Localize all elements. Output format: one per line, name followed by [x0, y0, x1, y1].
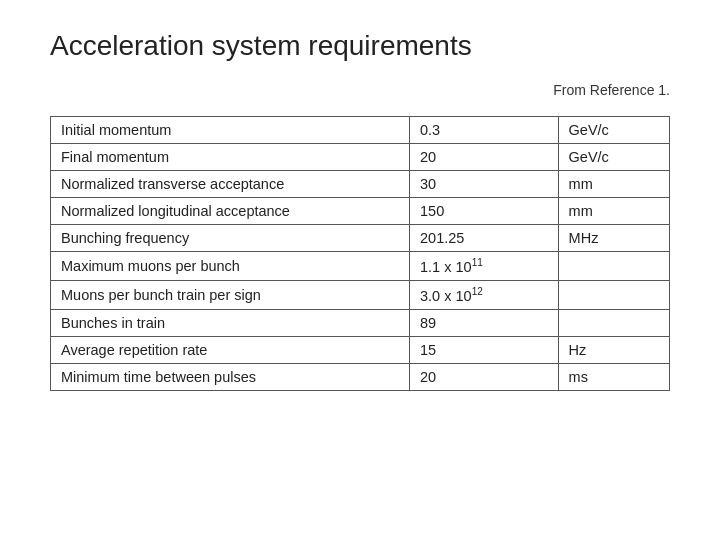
table-row: Average repetition rate15Hz — [51, 336, 670, 363]
row-value: 30 — [410, 171, 559, 198]
row-value: 150 — [410, 198, 559, 225]
row-unit: MHz — [558, 225, 669, 252]
table-row: Final momentum20GeV/c — [51, 144, 670, 171]
row-unit: GeV/c — [558, 117, 669, 144]
row-value: 0.3 — [410, 117, 559, 144]
row-label: Average repetition rate — [51, 336, 410, 363]
reference-text: From Reference 1. — [50, 82, 670, 98]
row-unit: mm — [558, 171, 669, 198]
row-unit — [558, 280, 669, 309]
page: Acceleration system requirements From Re… — [0, 0, 720, 540]
row-label: Maximum muons per bunch — [51, 252, 410, 281]
row-label: Normalized longitudinal acceptance — [51, 198, 410, 225]
row-label: Bunching frequency — [51, 225, 410, 252]
row-value: 201.25 — [410, 225, 559, 252]
table-row: Initial momentum0.3GeV/c — [51, 117, 670, 144]
table-row: Minimum time between pulses20ms — [51, 363, 670, 390]
table-row: Bunching frequency201.25MHz — [51, 225, 670, 252]
row-label: Minimum time between pulses — [51, 363, 410, 390]
row-unit — [558, 252, 669, 281]
row-label: Initial momentum — [51, 117, 410, 144]
table-row: Normalized transverse acceptance30mm — [51, 171, 670, 198]
page-title: Acceleration system requirements — [50, 30, 670, 62]
table-row: Bunches in train89 — [51, 309, 670, 336]
row-unit: mm — [558, 198, 669, 225]
table-row: Normalized longitudinal acceptance150mm — [51, 198, 670, 225]
row-label: Bunches in train — [51, 309, 410, 336]
row-unit: GeV/c — [558, 144, 669, 171]
row-value: 3.0 x 1012 — [410, 280, 559, 309]
row-label: Final momentum — [51, 144, 410, 171]
row-unit: Hz — [558, 336, 669, 363]
row-label: Muons per bunch train per sign — [51, 280, 410, 309]
row-value: 20 — [410, 144, 559, 171]
table-row: Muons per bunch train per sign3.0 x 1012 — [51, 280, 670, 309]
requirements-table: Initial momentum0.3GeV/cFinal momentum20… — [50, 116, 670, 391]
table-row: Maximum muons per bunch1.1 x 1011 — [51, 252, 670, 281]
row-unit: ms — [558, 363, 669, 390]
row-value: 1.1 x 1011 — [410, 252, 559, 281]
row-value: 20 — [410, 363, 559, 390]
row-unit — [558, 309, 669, 336]
row-value: 15 — [410, 336, 559, 363]
row-label: Normalized transverse acceptance — [51, 171, 410, 198]
row-value: 89 — [410, 309, 559, 336]
